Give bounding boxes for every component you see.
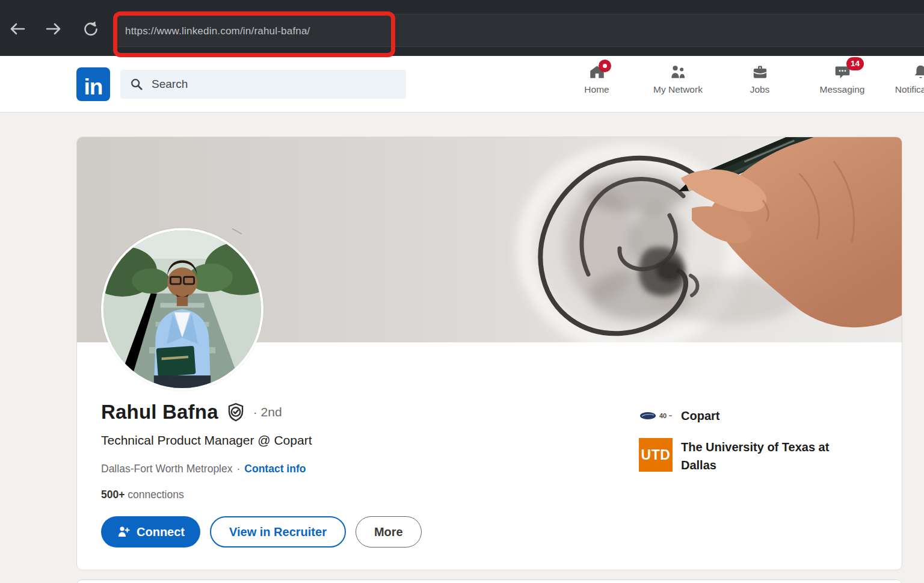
school-row[interactable]: UTD The University of Texas at Dallas (639, 438, 892, 474)
nav-item-notifications[interactable]: Notifications (883, 62, 924, 95)
contact-info-link[interactable]: Contact info (244, 463, 306, 475)
connect-label: Connect (137, 525, 185, 539)
messaging-badge: 14 (846, 57, 864, 70)
connections-count: 500+ (101, 489, 125, 501)
profile-headline: Technical Product Manager @ Copart (101, 433, 312, 448)
company-name: Copart (681, 407, 719, 425)
back-button[interactable] (7, 19, 28, 39)
connections-link[interactable]: 500+ connections (101, 489, 184, 501)
nav-label-messaging: Messaging (820, 84, 865, 95)
my-network-icon (669, 64, 687, 80)
more-label: More (374, 525, 403, 539)
location-row: Dallas-Fort Worth Metroplex·Contact info (101, 463, 306, 475)
view-in-recruiter-button[interactable]: View in Recruiter (210, 516, 346, 548)
action-buttons: Connect View in Recruiter More (101, 516, 422, 548)
nav-item-messaging[interactable]: 14 Messaging (805, 62, 879, 95)
url-bar[interactable]: https://www.linkedin.com/in/rahul-bafna/ (116, 14, 924, 47)
person-add-icon (117, 525, 131, 539)
svg-text:40: 40 (659, 412, 667, 419)
home-notification-dot (599, 60, 611, 72)
forward-button[interactable] (43, 19, 64, 39)
connect-button[interactable]: Connect (101, 516, 200, 548)
search-input[interactable] (152, 78, 380, 91)
search-box[interactable] (120, 70, 406, 99)
nav-label-jobs: Jobs (750, 84, 770, 95)
profile-photo-image (103, 230, 261, 388)
separator-dot: · (237, 463, 241, 475)
jobs-icon (752, 64, 768, 80)
connections-label: connections (128, 489, 183, 501)
browser-toolbar: https://www.linkedin.com/in/rahul-bafna/ (0, 0, 924, 56)
notifications-icon (913, 64, 924, 80)
highlights-column: 40 Copart UTD The University of Texas at… (639, 407, 892, 474)
linkedin-navbar: in Home My Network (0, 56, 924, 113)
profile-card: Rahul Bafna · 2nd Technical Product Mana… (76, 137, 902, 570)
name-row: Rahul Bafna · 2nd (101, 401, 282, 424)
nav-label-my-network: My Network (653, 84, 703, 95)
current-company-row[interactable]: 40 Copart (639, 407, 892, 425)
search-icon (130, 78, 143, 91)
location-text: Dallas-Fort Worth Metroplex (101, 463, 233, 475)
school-name: The University of Texas at Dallas (681, 438, 867, 474)
nav-item-jobs[interactable]: Jobs (722, 62, 797, 95)
more-button[interactable]: More (356, 516, 422, 548)
reload-button[interactable] (81, 19, 101, 39)
profile-photo[interactable] (101, 228, 263, 390)
next-card (76, 579, 902, 583)
linkedin-logo[interactable]: in (76, 67, 110, 101)
back-arrow-icon (8, 20, 26, 38)
reload-icon (82, 20, 100, 38)
forward-arrow-icon (45, 20, 63, 38)
nav-item-home[interactable]: Home (559, 62, 634, 95)
verified-badge-icon[interactable] (226, 402, 246, 422)
copart-logo: 40 (639, 410, 674, 422)
nav-label-home: Home (584, 84, 609, 95)
utd-logo: UTD (639, 438, 673, 472)
connection-degree: · 2nd (253, 405, 282, 419)
profile-name: Rahul Bafna (101, 401, 218, 424)
view-in-recruiter-label: View in Recruiter (229, 525, 327, 539)
url-text: https://www.linkedin.com/in/rahul-bafna/ (125, 14, 310, 48)
nav-item-my-network[interactable]: My Network (641, 62, 715, 95)
nav-label-notifications: Notifications (895, 84, 924, 95)
